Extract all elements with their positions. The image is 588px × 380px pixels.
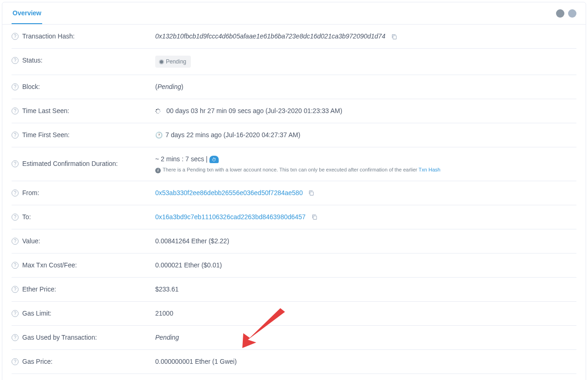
confirmation-value: ~ 2 mins : 7 secs | <box>155 155 209 163</box>
help-icon[interactable]: ? <box>12 310 19 317</box>
status-text: Pending <box>166 57 186 66</box>
from-address[interactable]: 0x53ab330f2ee86debb26556e036ed50f7284ae5… <box>155 189 303 196</box>
row-block: ?Block: (Pending) <box>12 75 576 99</box>
copy-icon[interactable] <box>308 190 314 196</box>
row-max-cost: ?Max Txn Cost/Fee: 0.000021 Ether ($0.01… <box>12 253 576 278</box>
svg-rect-9 <box>310 192 313 195</box>
label-confirmation: Estimated Confirmation Duration: <box>22 159 118 169</box>
row-to: ?To: 0x16a3bd9c7eb11106326cad2263bd84639… <box>12 205 576 229</box>
header-dot-2[interactable] <box>568 9 576 18</box>
label-status: Status: <box>22 56 43 65</box>
header-dot-blank <box>544 9 552 18</box>
help-icon[interactable]: ? <box>12 238 19 245</box>
row-confirmation: ?Estimated Confirmation Duration: ~ 2 mi… <box>12 147 576 181</box>
svg-point-1 <box>158 109 158 110</box>
gas-price-value: 0.000000001 Ether (1 Gwei) <box>155 358 237 365</box>
label-time-first: Time First Seen: <box>22 130 70 140</box>
row-from: ?From: 0x53ab330f2ee86debb26556e036ed50f… <box>12 181 576 205</box>
label-gas-limit: Gas Limit: <box>22 309 51 318</box>
help-icon[interactable]: ? <box>12 214 19 221</box>
label-to: To: <box>22 212 31 222</box>
gas-used-value: Pending <box>155 334 179 341</box>
row-gas-used: ?Gas Used by Transaction: Pending <box>12 326 576 350</box>
help-icon[interactable]: ? <box>12 190 19 196</box>
time-first-value: 7 days 22 mins ago (Jul-16-2020 04:27:37… <box>165 131 300 139</box>
help-icon[interactable]: ? <box>12 132 19 139</box>
header-dot-1[interactable] <box>556 9 564 18</box>
clock-icon: 🕐 <box>155 132 163 139</box>
label-gas-price: Gas Price: <box>22 357 52 367</box>
label-max-cost: Max Txn Cost/Fee: <box>22 260 77 270</box>
help-icon[interactable]: ? <box>12 83 19 90</box>
row-status: ?Status: Pending <box>12 49 576 75</box>
max-cost-value: 0.000021 Ether ($0.01) <box>155 261 222 269</box>
txn-hash-link[interactable]: Txn Hash <box>418 167 440 172</box>
card-body: ?Transaction Hash: 0x132b10fbcb1d9fccc4d… <box>2 25 586 380</box>
svg-point-3 <box>160 111 161 112</box>
tab-overview[interactable]: Overview <box>12 2 42 24</box>
help-icon[interactable]: ? <box>12 334 19 341</box>
svg-point-4 <box>159 113 160 114</box>
svg-point-7 <box>155 111 156 112</box>
help-icon[interactable]: ? <box>12 262 19 269</box>
label-block: Block: <box>22 82 40 92</box>
time-last-value: 00 days 03 hr 27 min 09 secs ago (Jul-23… <box>166 107 342 114</box>
tx-hash-value: 0x132b10fbcb1d9fccc4d6b05afaae1e61b6ba72… <box>155 32 386 40</box>
card-header: Overview <box>2 2 586 25</box>
svg-point-8 <box>156 109 157 110</box>
note-prefix: There is a Pending txn with a lower acco… <box>163 167 418 172</box>
copy-icon[interactable] <box>391 34 397 40</box>
gauge-icon[interactable] <box>209 156 219 163</box>
help-icon[interactable]: ? <box>12 108 19 114</box>
label-from: From: <box>22 188 39 198</box>
copy-icon[interactable] <box>311 214 317 220</box>
row-nonce: ?NoncePosition 15Pending <box>12 374 576 380</box>
help-icon[interactable]: ? <box>12 57 19 64</box>
label-time-last: Time Last Seen: <box>22 106 69 116</box>
ether-price-value: $233.61 <box>155 285 179 293</box>
info-icon: i <box>155 168 161 173</box>
confirmation-note: iThere is a Pending txn with a lower acc… <box>155 166 576 174</box>
tabs: Overview <box>12 2 42 24</box>
label-ether-price: Ether Price: <box>22 285 56 294</box>
to-address[interactable]: 0x16a3bd9c7eb11106326cad2263bd8463980d64… <box>155 213 306 221</box>
row-value: ?Value: 0.00841264 Ether ($2.22) <box>12 229 576 253</box>
svg-point-2 <box>159 109 160 110</box>
block-value: Pending <box>158 83 181 90</box>
help-icon[interactable]: ? <box>12 33 19 40</box>
row-gas-limit: ?Gas Limit: 21000 <box>12 302 576 326</box>
transaction-card: Overview ?Transaction Hash: 0x132b10fbcb… <box>2 2 586 380</box>
row-time-last: ?Time Last Seen: 00 days 03 hr 27 min 09… <box>12 99 576 123</box>
svg-rect-10 <box>313 216 316 219</box>
help-icon[interactable]: ? <box>12 358 19 365</box>
spinner-icon <box>155 108 161 114</box>
value-amount: 0.00841264 Ether ($2.22) <box>155 237 229 245</box>
gas-limit-value: 21000 <box>155 310 173 317</box>
label-gas-used: Gas Used by Transaction: <box>22 333 97 342</box>
header-actions <box>544 9 576 18</box>
help-icon[interactable]: ? <box>12 286 19 293</box>
svg-point-6 <box>156 112 157 113</box>
svg-rect-0 <box>393 36 396 39</box>
status-badge: Pending <box>155 56 191 68</box>
row-gas-price: ?Gas Price: 0.000000001 Ether (1 Gwei) <box>12 350 576 374</box>
row-tx-hash: ?Transaction Hash: 0x132b10fbcb1d9fccc4d… <box>12 25 576 49</box>
label-tx-hash: Transaction Hash: <box>22 32 75 41</box>
label-value: Value: <box>22 236 40 246</box>
svg-point-5 <box>158 113 158 114</box>
help-icon[interactable]: ? <box>12 160 19 167</box>
pending-dot-icon <box>160 60 163 63</box>
row-time-first: ?Time First Seen: 🕐7 days 22 mins ago (J… <box>12 123 576 147</box>
row-ether-price: ?Ether Price: $233.61 <box>12 278 576 302</box>
